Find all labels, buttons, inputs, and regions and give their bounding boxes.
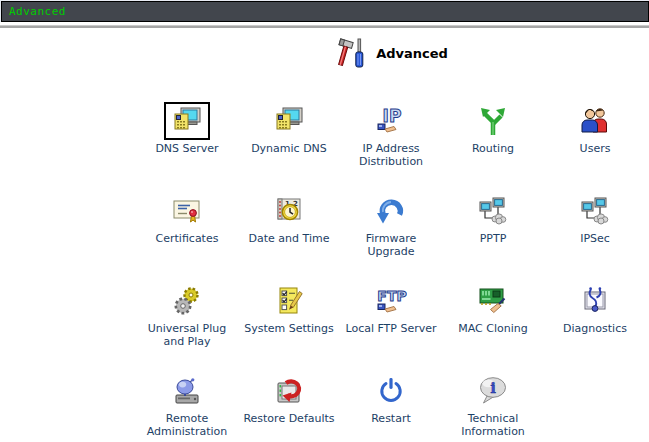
topbar: Advanced xyxy=(1,1,649,22)
restore-defaults-icon xyxy=(266,372,312,410)
grid-item-label: Restore Defaults xyxy=(243,412,334,425)
grid-item-label: PPTP xyxy=(480,232,507,245)
routing-icon xyxy=(470,102,516,140)
technical-information-icon: i xyxy=(470,372,516,410)
grid-item-universal-plug-and-play[interactable]: Universal Plug and Play xyxy=(136,280,238,370)
tools-icon xyxy=(338,37,366,69)
icon-grid: DNS Server Dynamic DNS IP xyxy=(136,100,649,442)
ip-address-distribution-icon: IP xyxy=(368,102,414,140)
grid-item-firmware-upgrade[interactable]: Firmware Upgrade xyxy=(340,190,442,280)
grid-item-label: IPSec xyxy=(580,232,610,245)
grid-item-label: System Settings xyxy=(244,322,334,335)
grid-item-system-settings[interactable]: System Settings xyxy=(238,280,340,370)
remote-administration-icon xyxy=(164,372,210,410)
grid-item-diagnostics[interactable]: Diagnostics xyxy=(544,280,646,370)
grid-item-label: Dynamic DNS xyxy=(251,142,327,155)
divider xyxy=(0,25,649,28)
grid-item-remote-administration[interactable]: Remote Administration xyxy=(136,370,238,442)
grid-item-label: Technical Information xyxy=(444,412,542,438)
page-title-row: Advanced xyxy=(136,36,649,70)
grid-item-label: MAC Cloning xyxy=(458,322,527,335)
topbar-wrap: Advanced xyxy=(0,0,649,22)
date-and-time-icon: 1 2 xyxy=(266,192,312,230)
grid-item-label: Firmware Upgrade xyxy=(342,232,440,258)
grid-item-restore-defaults[interactable]: Restore Defaults xyxy=(238,370,340,442)
grid-item-date-and-time[interactable]: 1 2 Date and Time xyxy=(238,190,340,280)
local-ftp-server-icon: FTP xyxy=(368,282,414,320)
page-title: Advanced xyxy=(376,46,448,61)
grid-item-label: Certificates xyxy=(156,232,219,245)
grid-item-ip-address-distribution[interactable]: IP IP Address Distribution xyxy=(340,100,442,190)
mac-cloning-icon xyxy=(470,282,516,320)
grid-item-label: Date and Time xyxy=(249,232,330,245)
grid-item-routing[interactable]: Routing xyxy=(442,100,544,190)
diagnostics-icon xyxy=(572,282,618,320)
grid-item-label: Users xyxy=(580,142,611,155)
grid-item-label: Diagnostics xyxy=(563,322,627,335)
grid-item-users[interactable]: Users xyxy=(544,100,646,190)
grid-item-label: Routing xyxy=(472,142,514,155)
grid-item-label: Remote Administration xyxy=(138,412,236,438)
grid-item-pptp[interactable]: PPTP xyxy=(442,190,544,280)
dynamic-dns-icon xyxy=(266,102,312,140)
grid-item-label: Restart xyxy=(371,412,411,425)
grid-item-label: DNS Server xyxy=(155,142,218,155)
grid-item-label: IP Address Distribution xyxy=(342,142,440,168)
restart-icon xyxy=(368,372,414,410)
grid-item-dynamic-dns[interactable]: Dynamic DNS xyxy=(238,100,340,190)
ipsec-icon xyxy=(572,192,618,230)
svg-text:FTP: FTP xyxy=(377,288,406,304)
firmware-upgrade-icon xyxy=(368,192,414,230)
system-settings-icon xyxy=(266,282,312,320)
certificates-icon xyxy=(164,192,210,230)
topbar-title: Advanced xyxy=(9,5,66,18)
grid-item-certificates[interactable]: Certificates xyxy=(136,190,238,280)
svg-text:IP: IP xyxy=(383,106,402,126)
pptp-icon xyxy=(470,192,516,230)
svg-text:i: i xyxy=(490,379,496,397)
grid-item-label: Universal Plug and Play xyxy=(138,322,236,348)
grid-item-local-ftp-server[interactable]: FTP Local FTP Server xyxy=(340,280,442,370)
grid-item-technical-information[interactable]: i Technical Information xyxy=(442,370,544,442)
grid-item-dns-server[interactable]: DNS Server xyxy=(136,100,238,190)
grid-item-label: Local FTP Server xyxy=(345,322,436,335)
users-icon xyxy=(572,102,618,140)
upnp-icon xyxy=(164,282,210,320)
grid-item-restart[interactable]: Restart xyxy=(340,370,442,442)
grid-item-ipsec[interactable]: IPSec xyxy=(544,190,646,280)
grid-item-mac-cloning[interactable]: MAC Cloning xyxy=(442,280,544,370)
dns-server-icon xyxy=(164,102,210,140)
